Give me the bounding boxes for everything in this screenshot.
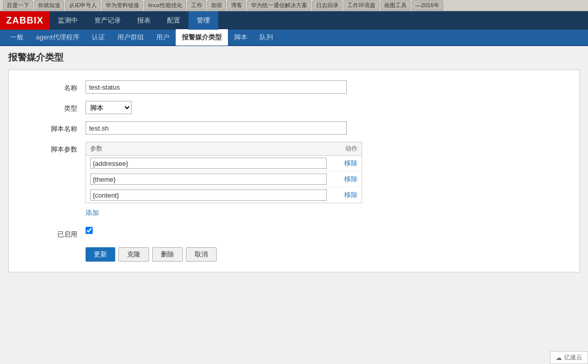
delete-button[interactable]: 删除 [152,247,183,262]
params-col-header: 参数 [90,144,327,153]
script-params-field: 参数 动作 移除 移除 移除 添加 [86,142,564,220]
enabled-row: 已启用 [24,227,564,239]
nav-reports[interactable]: 报表 [129,11,159,30]
script-params-row: 脚本参数 参数 动作 移除 移除 [24,142,564,220]
cancel-button[interactable]: 取消 [186,247,217,262]
browser-tab[interactable]: —2016年 [412,1,443,10]
browser-tab[interactable]: 百度一下 [3,1,33,10]
subnav-users[interactable]: 用户 [150,29,176,46]
main-nav: 监测中 资产记录 报表 配置 管理 [50,11,588,30]
enabled-label: 已启用 [24,227,86,239]
sub-nav: 一般 agent代理程序 认证 用户群组 用户 报警媒介类型 脚本 队列 [0,30,588,46]
browser-tab[interactable]: 工作环境篇 [344,1,379,10]
add-param-link[interactable]: 添加 [86,206,99,220]
name-label: 名称 [24,80,86,93]
subnav-queue[interactable]: 队列 [254,29,279,46]
name-input[interactable] [86,80,347,94]
browser-tab[interactable]: 加班 [207,1,226,10]
clone-button[interactable]: 克隆 [118,247,149,262]
type-row: 类型 脚本 Email SMS Jabber Ez Texting [24,101,564,114]
params-row-1: 移除 [86,156,362,172]
action-buttons: 更新 克隆 删除 取消 [24,247,564,262]
nav-admin[interactable]: 管理 [188,11,218,30]
browser-tab[interactable]: 画图工具 [381,1,410,10]
type-label: 类型 [24,101,86,113]
page-title: 报警媒介类型 [8,51,580,63]
type-select[interactable]: 脚本 Email SMS Jabber Ez Texting [86,101,132,114]
app-header: ZABBIX 监测中 资产记录 报表 配置 管理 [0,11,588,30]
params-row-3: 移除 [86,187,362,203]
subnav-agent[interactable]: agent代理程序 [30,29,86,46]
params-row-2: 移除 [86,172,362,187]
script-name-field [86,121,564,135]
nav-config[interactable]: 配置 [159,11,188,30]
browser-bar: 百度一下 你就知道 从IE申号人 华为资料链接 linux性能优化 工作 加班 … [0,0,588,11]
browser-tab[interactable]: 博客 [227,1,246,10]
name-row: 名称 [24,80,564,94]
subnav-auth[interactable]: 认证 [86,29,111,46]
browser-tab[interactable]: 从IE申号人 [66,1,100,10]
browser-tab[interactable]: linux性能优化 [144,1,186,10]
form-container: 名称 类型 脚本 Email SMS Jabber Ez Texting 脚本名… [8,70,580,272]
script-name-label: 脚本名称 [24,121,86,134]
browser-tab[interactable]: 工作 [187,1,206,10]
remove-param-1[interactable]: 移除 [327,159,358,168]
type-field: 脚本 Email SMS Jabber Ez Texting [86,101,564,114]
browser-tabs: 百度一下 你就知道 从IE申号人 华为资料链接 linux性能优化 工作 加班 … [3,1,585,10]
browser-tab[interactable]: 你就知道 [34,1,64,10]
browser-tab[interactable]: 日志回录 [312,1,342,10]
script-name-input[interactable] [86,121,347,135]
param-input-1[interactable] [90,158,327,169]
enabled-checkbox[interactable] [86,227,93,234]
subnav-scripts[interactable]: 脚本 [228,29,254,46]
page-content: 报警媒介类型 名称 类型 脚本 Email SMS Jabber Ez Text… [0,46,588,277]
nav-monitoring[interactable]: 监测中 [50,11,86,30]
remove-param-3[interactable]: 移除 [327,190,358,200]
subnav-usergroups[interactable]: 用户群组 [111,29,150,46]
enabled-field [86,227,564,234]
param-input-3[interactable] [90,189,327,201]
browser-tab[interactable]: 华为资料链接 [102,1,143,10]
update-button[interactable]: 更新 [86,247,115,262]
zabbix-logo: ZABBIX [0,11,50,30]
script-params-label: 脚本参数 [24,142,86,154]
browser-tab[interactable]: 华为统一通信解决方案 [247,1,311,10]
nav-assets[interactable]: 资产记录 [86,11,129,30]
subnav-general[interactable]: 一般 [4,29,30,46]
params-table: 参数 动作 移除 移除 移除 [86,142,362,203]
remove-param-2[interactable]: 移除 [327,175,358,184]
script-name-row: 脚本名称 [24,121,564,135]
action-col-header: 动作 [327,144,358,153]
checkbox-row [86,227,564,234]
param-input-2[interactable] [90,174,327,185]
params-header: 参数 动作 [86,142,362,156]
name-field [86,80,564,94]
